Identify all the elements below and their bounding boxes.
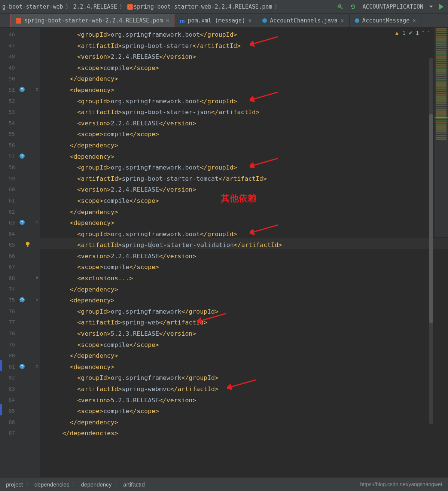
intention-bulb-icon[interactable]	[25, 241, 32, 248]
crumb[interactable]: dependencies	[34, 481, 69, 488]
editor-tab[interactable]: AccountMessage×	[350, 14, 421, 27]
code-line[interactable]: <version>5.2.3.RELEASE</version>	[40, 395, 448, 406]
code-line[interactable]: <groupId>org.springframework.boot</group…	[40, 96, 448, 107]
crumb[interactable]: dependency	[81, 481, 112, 488]
code-line[interactable]: <scope>compile</scope>	[40, 262, 448, 273]
fold-collapse-icon[interactable]: ⊟	[35, 153, 39, 158]
scrollbar-thumb[interactable]	[429, 114, 433, 323]
fold-collapse-icon[interactable]: ⊟	[35, 297, 39, 302]
code-line[interactable]: <groupId>org.springframework</groupId>	[40, 306, 448, 317]
dependency-gutter-icon[interactable]	[19, 363, 26, 370]
editor[interactable]: 4647484950515253545556575859606162636465…	[0, 28, 448, 477]
editor-tab[interactable]: mpom.xml (message)×	[174, 14, 257, 27]
fold-collapse-icon[interactable]: ⊟	[35, 87, 39, 92]
tab-label: AccountChannels.java	[270, 17, 338, 24]
minimap[interactable]	[434, 28, 448, 237]
code-line[interactable]: <version>2.2.4.RELEASE</version>	[40, 118, 448, 129]
code-line[interactable]: <scope>compile</scope>	[40, 129, 448, 140]
maven-icon: m	[180, 18, 185, 24]
path-breadcrumb[interactable]: g-boot-starter-web 〉 2.2.4.RELEASE 〉 spr…	[2, 3, 281, 10]
close-icon[interactable]: ×	[412, 17, 416, 24]
line-number: 56	[0, 140, 18, 151]
code-line[interactable]: <dependency>	[40, 295, 448, 306]
code-line[interactable]: <scope>compile</scope>	[40, 406, 448, 417]
close-icon[interactable]: ×	[166, 17, 169, 24]
code-line[interactable]: </dependency>	[40, 350, 448, 362]
code-line[interactable]: <dependency>	[40, 151, 448, 162]
code-line[interactable]: <artifactId>spring-boot-starter-json</ar…	[40, 107, 448, 118]
code-line[interactable]: <dependency>	[40, 362, 448, 373]
dependency-gutter-icon[interactable]	[19, 153, 26, 160]
code-line[interactable]: </dependencies>	[40, 428, 448, 439]
code-line[interactable]: <version>5.2.3.RELEASE</version>	[40, 328, 448, 339]
code-line[interactable]: </dependency>	[40, 73, 448, 85]
line-number: 79	[0, 339, 18, 351]
code-line[interactable]: <version>2.2.4.RELEASE</version>	[40, 251, 448, 262]
code-area[interactable]: <groupId>org.springframework.boot</group…	[40, 28, 448, 477]
chevron-right-icon: 〉	[274, 3, 280, 10]
dependency-gutter-icon[interactable]	[19, 219, 26, 226]
code-line[interactable]: <dependency>	[40, 217, 448, 229]
editor-tab[interactable]: AccountChannels.java×	[257, 14, 350, 27]
build-icon[interactable]	[337, 3, 344, 10]
line-number: 61	[0, 195, 18, 207]
line-number: 50	[0, 73, 18, 85]
code-line[interactable]: </dependency>	[40, 140, 448, 151]
line-number: 60	[0, 184, 18, 195]
line-number: 83	[0, 384, 18, 395]
svg-rect-4	[27, 246, 28, 247]
crumb[interactable]: project	[6, 481, 23, 488]
line-number: 75	[0, 295, 18, 306]
warning-count: 1	[402, 30, 405, 36]
code-line[interactable]: <artifactId>spring-boot-starter-validati…	[40, 240, 448, 251]
code-line[interactable]: </dependency>	[40, 284, 448, 295]
dependency-gutter-icon[interactable]	[19, 86, 26, 94]
crumb-item[interactable]: g-boot-starter-web	[2, 3, 63, 10]
fold-collapse-icon[interactable]: ⊟	[35, 220, 39, 225]
code-line[interactable]: <groupId>org.springframework.boot</group…	[40, 162, 448, 173]
fold-expand-icon[interactable]: ⊞	[35, 275, 39, 280]
code-line[interactable]: <exclusions...>	[40, 273, 448, 284]
line-number: 66	[0, 251, 18, 262]
tab-label: pom.xml (message)	[188, 17, 246, 24]
run-icon[interactable]	[439, 4, 444, 10]
code-line[interactable]: <groupId>org.springframework.boot</group…	[40, 29, 448, 40]
change-marker	[0, 404, 2, 415]
dropdown-arrow-icon[interactable]	[429, 6, 433, 9]
line-number: 87	[0, 428, 18, 439]
crumb-item[interactable]: spring-boot-starter-web-2.2.4.RELEASE.po…	[134, 3, 272, 10]
code-line[interactable]: <version>2.2.4.RELEASE</version>	[40, 51, 448, 62]
prev-highlight-icon[interactable]: ˄	[422, 30, 424, 36]
reload-icon[interactable]	[350, 3, 356, 10]
close-icon[interactable]: ×	[341, 17, 344, 24]
annotation-label: 其他依赖	[221, 192, 257, 204]
code-line[interactable]: <scope>compile</scope>	[40, 339, 448, 351]
code-line[interactable]: <dependency>	[40, 85, 448, 96]
tab-label: spring-boot-starter-web-2.2.4.RELEASE.po…	[24, 17, 163, 24]
fold-collapse-icon[interactable]: ⊟	[35, 364, 39, 369]
code-line[interactable]: <scope>compile</scope>	[40, 62, 448, 74]
dependency-gutter-icon[interactable]	[19, 296, 26, 304]
vertical-scrollbar[interactable]	[429, 58, 433, 424]
line-number: 67	[0, 262, 18, 273]
code-line[interactable]: <groupId>org.springframework</groupId>	[40, 372, 448, 384]
line-number: 65	[0, 240, 18, 251]
code-line[interactable]: </dependency>	[40, 207, 448, 218]
watermark: https://blog.csdn.net/yangshangwei	[360, 481, 442, 487]
editor-tabs: spring-boot-starter-web-2.2.4.RELEASE.po…	[0, 14, 448, 28]
line-number: 59	[0, 173, 18, 184]
next-highlight-icon[interactable]: ˅	[427, 30, 430, 36]
line-number: 81	[0, 362, 18, 373]
line-number: 49	[0, 62, 18, 74]
run-configuration[interactable]: ACCOUNTAPPLICATION	[362, 3, 423, 10]
crumb[interactable]: artifactId	[123, 481, 145, 488]
crumb-item[interactable]: 2.2.4.RELEASE	[73, 3, 117, 10]
code-line[interactable]: <artifactId>spring-boot-starter</artifac…	[40, 40, 448, 52]
code-line[interactable]: <artifactId>spring-boot-starter-tomcat</…	[40, 173, 448, 184]
code-line[interactable]: <artifactId>spring-webmvc</artifactId>	[40, 384, 448, 395]
inspection-widget[interactable]: ▲ 1 ✔ 1 ˄ ˅	[394, 30, 430, 36]
close-icon[interactable]: ×	[248, 17, 252, 24]
code-line[interactable]: </dependency>	[40, 417, 448, 428]
editor-tab[interactable]: spring-boot-starter-web-2.2.4.RELEASE.po…	[10, 14, 174, 27]
code-line[interactable]: <artifactId>spring-web</artifactId>	[40, 317, 448, 328]
